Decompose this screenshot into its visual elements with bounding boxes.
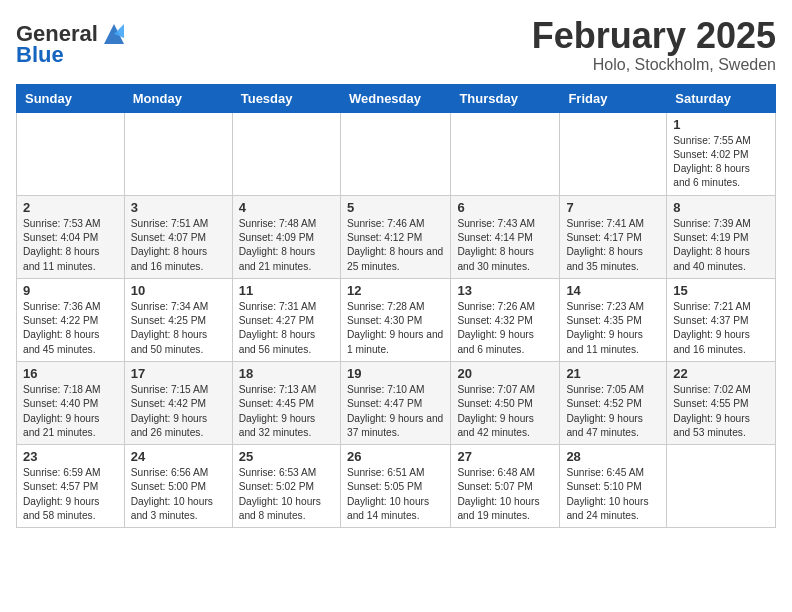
day-number: 13 [457,283,553,298]
day-number: 25 [239,449,334,464]
day-info: Sunrise: 6:53 AM Sunset: 5:02 PM Dayligh… [239,466,334,523]
day-info: Sunrise: 7:34 AM Sunset: 4:25 PM Dayligh… [131,300,226,357]
day-info: Sunrise: 7:48 AM Sunset: 4:09 PM Dayligh… [239,217,334,274]
day-info: Sunrise: 7:13 AM Sunset: 4:45 PM Dayligh… [239,383,334,440]
day-info: Sunrise: 7:55 AM Sunset: 4:02 PM Dayligh… [673,134,769,191]
day-number: 9 [23,283,118,298]
day-number: 19 [347,366,444,381]
calendar-header-row: Sunday Monday Tuesday Wednesday Thursday… [17,84,776,112]
day-info: Sunrise: 6:59 AM Sunset: 4:57 PM Dayligh… [23,466,118,523]
day-info: Sunrise: 7:41 AM Sunset: 4:17 PM Dayligh… [566,217,660,274]
table-row [124,112,232,195]
day-info: Sunrise: 6:51 AM Sunset: 5:05 PM Dayligh… [347,466,444,523]
month-title: February 2025 [532,16,776,56]
day-number: 10 [131,283,226,298]
table-row: 12Sunrise: 7:28 AM Sunset: 4:30 PM Dayli… [340,278,450,361]
day-info: Sunrise: 7:05 AM Sunset: 4:52 PM Dayligh… [566,383,660,440]
day-number: 4 [239,200,334,215]
table-row: 7Sunrise: 7:41 AM Sunset: 4:17 PM Daylig… [560,195,667,278]
table-row: 26Sunrise: 6:51 AM Sunset: 5:05 PM Dayli… [340,445,450,528]
table-row: 19Sunrise: 7:10 AM Sunset: 4:47 PM Dayli… [340,361,450,444]
day-info: Sunrise: 7:26 AM Sunset: 4:32 PM Dayligh… [457,300,553,357]
day-info: Sunrise: 7:23 AM Sunset: 4:35 PM Dayligh… [566,300,660,357]
day-info: Sunrise: 7:43 AM Sunset: 4:14 PM Dayligh… [457,217,553,274]
col-sunday: Sunday [17,84,125,112]
day-number: 1 [673,117,769,132]
table-row: 8Sunrise: 7:39 AM Sunset: 4:19 PM Daylig… [667,195,776,278]
table-row [560,112,667,195]
table-row: 27Sunrise: 6:48 AM Sunset: 5:07 PM Dayli… [451,445,560,528]
day-info: Sunrise: 7:31 AM Sunset: 4:27 PM Dayligh… [239,300,334,357]
day-info: Sunrise: 7:02 AM Sunset: 4:55 PM Dayligh… [673,383,769,440]
table-row: 18Sunrise: 7:13 AM Sunset: 4:45 PM Dayli… [232,361,340,444]
day-info: Sunrise: 7:18 AM Sunset: 4:40 PM Dayligh… [23,383,118,440]
table-row: 2Sunrise: 7:53 AM Sunset: 4:04 PM Daylig… [17,195,125,278]
day-info: Sunrise: 7:15 AM Sunset: 4:42 PM Dayligh… [131,383,226,440]
day-number: 3 [131,200,226,215]
table-row: 16Sunrise: 7:18 AM Sunset: 4:40 PM Dayli… [17,361,125,444]
day-number: 15 [673,283,769,298]
day-info: Sunrise: 7:28 AM Sunset: 4:30 PM Dayligh… [347,300,444,357]
day-number: 11 [239,283,334,298]
col-thursday: Thursday [451,84,560,112]
table-row: 24Sunrise: 6:56 AM Sunset: 5:00 PM Dayli… [124,445,232,528]
day-info: Sunrise: 7:21 AM Sunset: 4:37 PM Dayligh… [673,300,769,357]
table-row: 23Sunrise: 6:59 AM Sunset: 4:57 PM Dayli… [17,445,125,528]
table-row: 17Sunrise: 7:15 AM Sunset: 4:42 PM Dayli… [124,361,232,444]
table-row: 25Sunrise: 6:53 AM Sunset: 5:02 PM Dayli… [232,445,340,528]
day-number: 21 [566,366,660,381]
day-number: 14 [566,283,660,298]
calendar-week-row: 16Sunrise: 7:18 AM Sunset: 4:40 PM Dayli… [17,361,776,444]
table-row: 13Sunrise: 7:26 AM Sunset: 4:32 PM Dayli… [451,278,560,361]
day-number: 20 [457,366,553,381]
calendar: Sunday Monday Tuesday Wednesday Thursday… [16,84,776,529]
day-number: 5 [347,200,444,215]
col-wednesday: Wednesday [340,84,450,112]
table-row [451,112,560,195]
day-info: Sunrise: 7:36 AM Sunset: 4:22 PM Dayligh… [23,300,118,357]
day-number: 17 [131,366,226,381]
day-number: 28 [566,449,660,464]
col-friday: Friday [560,84,667,112]
day-number: 16 [23,366,118,381]
table-row: 28Sunrise: 6:45 AM Sunset: 5:10 PM Dayli… [560,445,667,528]
page-header: General Blue February 2025 Holo, Stockho… [16,16,776,74]
table-row: 9Sunrise: 7:36 AM Sunset: 4:22 PM Daylig… [17,278,125,361]
day-info: Sunrise: 6:48 AM Sunset: 5:07 PM Dayligh… [457,466,553,523]
day-info: Sunrise: 6:56 AM Sunset: 5:00 PM Dayligh… [131,466,226,523]
logo: General Blue [16,20,128,66]
table-row [340,112,450,195]
calendar-week-row: 1Sunrise: 7:55 AM Sunset: 4:02 PM Daylig… [17,112,776,195]
calendar-week-row: 9Sunrise: 7:36 AM Sunset: 4:22 PM Daylig… [17,278,776,361]
day-number: 18 [239,366,334,381]
calendar-week-row: 23Sunrise: 6:59 AM Sunset: 4:57 PM Dayli… [17,445,776,528]
calendar-week-row: 2Sunrise: 7:53 AM Sunset: 4:04 PM Daylig… [17,195,776,278]
day-info: Sunrise: 7:07 AM Sunset: 4:50 PM Dayligh… [457,383,553,440]
table-row: 5Sunrise: 7:46 AM Sunset: 4:12 PM Daylig… [340,195,450,278]
table-row: 22Sunrise: 7:02 AM Sunset: 4:55 PM Dayli… [667,361,776,444]
table-row: 1Sunrise: 7:55 AM Sunset: 4:02 PM Daylig… [667,112,776,195]
col-tuesday: Tuesday [232,84,340,112]
table-row: 21Sunrise: 7:05 AM Sunset: 4:52 PM Dayli… [560,361,667,444]
day-number: 7 [566,200,660,215]
day-number: 27 [457,449,553,464]
day-number: 22 [673,366,769,381]
table-row: 15Sunrise: 7:21 AM Sunset: 4:37 PM Dayli… [667,278,776,361]
table-row [667,445,776,528]
table-row: 10Sunrise: 7:34 AM Sunset: 4:25 PM Dayli… [124,278,232,361]
table-row [232,112,340,195]
day-number: 6 [457,200,553,215]
table-row: 20Sunrise: 7:07 AM Sunset: 4:50 PM Dayli… [451,361,560,444]
day-info: Sunrise: 7:39 AM Sunset: 4:19 PM Dayligh… [673,217,769,274]
table-row: 4Sunrise: 7:48 AM Sunset: 4:09 PM Daylig… [232,195,340,278]
logo-icon [100,20,128,48]
col-monday: Monday [124,84,232,112]
col-saturday: Saturday [667,84,776,112]
day-info: Sunrise: 6:45 AM Sunset: 5:10 PM Dayligh… [566,466,660,523]
day-info: Sunrise: 7:53 AM Sunset: 4:04 PM Dayligh… [23,217,118,274]
day-number: 23 [23,449,118,464]
title-area: February 2025 Holo, Stockholm, Sweden [532,16,776,74]
day-number: 12 [347,283,444,298]
table-row: 11Sunrise: 7:31 AM Sunset: 4:27 PM Dayli… [232,278,340,361]
table-row: 14Sunrise: 7:23 AM Sunset: 4:35 PM Dayli… [560,278,667,361]
